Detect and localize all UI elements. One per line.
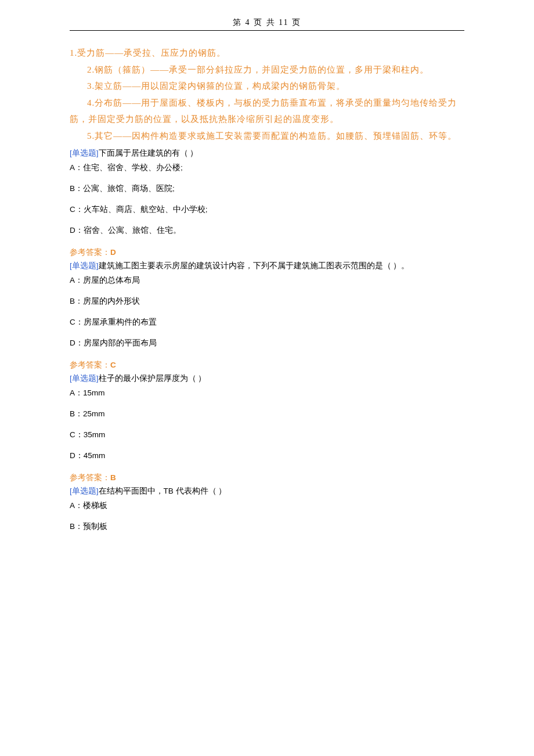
answer-label: 参考答案： xyxy=(70,248,110,257)
answer-value: C xyxy=(110,361,116,369)
question-tag: [单选题] xyxy=(70,149,99,157)
question-tag: [单选题] xyxy=(70,374,99,383)
question-4: [单选题]在结构平面图中，TB 代表构件（ ） A：楼梯板 B：预制板 xyxy=(70,485,464,532)
page: 第 4 页 共 11 页 1.受力筋——承受拉、压应力的钢筋。 2.钢筋（箍筋）… xyxy=(0,0,534,567)
explain-line-5: 5.其它——因构件构造要求或施工安装需要而配置的构造筋。如腰筋、预埋锚固筋、环等… xyxy=(70,128,464,145)
answer-value: D xyxy=(110,248,116,257)
option-a: A：楼梯板 xyxy=(70,501,464,511)
option-c: C：房屋承重构件的布置 xyxy=(70,317,464,327)
explain-line-4: 4.分布筋——用于屋面板、楼板内，与板的受力筋垂直布置，将承受的重量均匀地传给受… xyxy=(70,95,464,128)
question-2: [单选题]建筑施工图主要表示房屋的建筑设计内容，下列不属于建筑施工图表示范围的是… xyxy=(70,260,464,370)
page-header: 第 4 页 共 11 页 xyxy=(70,17,464,28)
option-b: B：预制板 xyxy=(70,521,464,532)
option-d: D：房屋内部的平面布局 xyxy=(70,338,464,348)
answer-label: 参考答案： xyxy=(70,473,110,482)
explain-line-1: 1.受力筋——承受拉、压应力的钢筋。 xyxy=(70,48,226,57)
question-1: [单选题]下面属于居住建筑的有（ ） A：住宅、宿舍、学校、办公楼; B：公寓、… xyxy=(70,147,464,258)
option-a: A：15mm xyxy=(70,388,464,398)
question-text: 下面属于居住建筑的有（ ） xyxy=(99,149,199,157)
explain-line-2: 2.钢筋（箍筋）——承受一部分斜拉应力，并固定受力筋的位置，多用于梁和柱内。 xyxy=(70,62,464,78)
option-b: B：房屋的内外形状 xyxy=(70,296,464,307)
explain-line-3: 3.架立筋——用以固定梁内钢箍的位置，构成梁内的钢筋骨架。 xyxy=(70,78,464,95)
option-a: A：住宅、宿舍、学校、办公楼; xyxy=(70,163,464,173)
answer-line: 参考答案：C xyxy=(70,360,464,370)
explanation-block: 1.受力筋——承受拉、压应力的钢筋。 2.钢筋（箍筋）——承受一部分斜拉应力，并… xyxy=(70,45,464,144)
option-a: A：房屋的总体布局 xyxy=(70,275,464,286)
option-c: C：35mm xyxy=(70,430,464,440)
header-rule xyxy=(70,30,464,31)
answer-label: 参考答案： xyxy=(70,361,110,369)
answer-line: 参考答案：D xyxy=(70,247,464,258)
answer-value: B xyxy=(110,473,116,482)
answer-line: 参考答案：B xyxy=(70,473,464,483)
question-text: 柱子的最小保护层厚度为（ ） xyxy=(99,374,207,383)
option-d: D：45mm xyxy=(70,451,464,461)
question-tag: [单选题] xyxy=(70,487,99,495)
option-c: C：火车站、商店、航空站、中小学校; xyxy=(70,204,464,215)
option-b: B：25mm xyxy=(70,409,464,419)
option-d: D：宿舍、公寓、旅馆、住宅。 xyxy=(70,225,464,236)
question-text: 建筑施工图主要表示房屋的建筑设计内容，下列不属于建筑施工图表示范围的是（ ）。 xyxy=(99,261,410,270)
option-b: B：公寓、旅馆、商场、医院; xyxy=(70,183,464,194)
question-tag: [单选题] xyxy=(70,261,99,270)
question-3: [单选题]柱子的最小保护层厚度为（ ） A：15mm B：25mm C：35mm… xyxy=(70,373,464,483)
question-text: 在结构平面图中，TB 代表构件（ ） xyxy=(99,487,227,495)
